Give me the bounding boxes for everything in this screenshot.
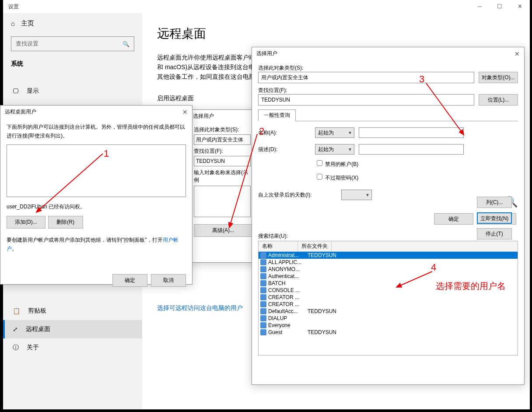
search-icon: 🔍 xyxy=(122,41,130,47)
tab-general-query[interactable]: 一般性查询 xyxy=(258,109,296,121)
nav-display[interactable]: 🖵 显示 xyxy=(3,82,142,100)
object-type-field[interactable] xyxy=(194,134,251,145)
home-link[interactable]: ⌂ 主页 xyxy=(11,19,134,28)
ok-button[interactable]: 确定 xyxy=(434,213,473,225)
nav-label: 显示 xyxy=(27,87,39,95)
annotation-2: 2 xyxy=(259,126,264,137)
minimize-button[interactable]: ─ xyxy=(469,0,490,13)
cell-name: CREATOR ... xyxy=(268,301,306,307)
ok-button[interactable]: 确定 xyxy=(112,274,147,287)
category-label: 系统 xyxy=(11,60,134,68)
info-icon: ⓘ xyxy=(13,344,19,352)
cell-name: DIALUP xyxy=(268,315,306,321)
user-icon xyxy=(260,287,266,293)
table-row[interactable]: DefaultAcc...TEDDYSUN xyxy=(259,308,518,315)
footer-text: 要创建新用户帐户或将用户添加到其他组，请转到"控制面板"，打开用户帐户。 xyxy=(7,236,186,253)
user-icon xyxy=(260,301,266,307)
dialog-title: 选择用户 xyxy=(193,113,214,120)
cell-name: BATCH xyxy=(268,280,306,286)
names-textarea[interactable] xyxy=(194,186,251,217)
dialog-title: 远程桌面用户 xyxy=(5,108,36,116)
page-title: 远程桌面 xyxy=(157,25,515,42)
close-icon[interactable]: ✕ xyxy=(514,50,520,57)
cell-name: ALL APPLIC... xyxy=(268,259,306,265)
display-icon: 🖵 xyxy=(13,88,19,95)
user-icon xyxy=(260,266,266,272)
stop-button[interactable]: 停止(T) xyxy=(477,228,512,239)
table-row[interactable]: GuestTEDDYSUN xyxy=(259,329,518,336)
user-icon xyxy=(260,280,266,286)
close-button[interactable]: ✕ xyxy=(510,0,530,13)
close-icon[interactable]: ✕ xyxy=(182,109,188,116)
locations-button[interactable]: 位置(L)... xyxy=(479,94,518,106)
user-icon xyxy=(260,252,266,258)
days-dropdown[interactable] xyxy=(341,190,372,200)
dialog-title: 选择用户 xyxy=(256,50,277,57)
cell-name: ANONYMO... xyxy=(268,266,306,272)
table-row[interactable]: Everyone xyxy=(259,322,518,329)
col-folder[interactable]: 所在文件夹 xyxy=(298,241,332,251)
desc-input[interactable] xyxy=(359,144,464,155)
cell-folder: TEDDYSUN xyxy=(308,329,336,335)
table-row[interactable]: Administrat...TEDDYSUN xyxy=(259,252,518,259)
cancel-button[interactable]: 取消 xyxy=(151,274,186,287)
advanced-button[interactable]: 高级(A)... xyxy=(194,224,252,237)
nav-about[interactable]: ⓘ 关于 xyxy=(3,338,142,357)
columns-button[interactable]: 列(C)... xyxy=(477,197,512,208)
select-users-advanced-dialog: 选择用户 ✕ 选择此对象类型(S): 对象类型(O)... 查找位置(F): 位… xyxy=(252,47,525,385)
table-row[interactable]: DIALUP xyxy=(259,315,518,322)
object-types-button[interactable]: 对象类型(O)... xyxy=(479,72,518,83)
location-field[interactable] xyxy=(258,94,474,106)
disabled-accounts-check[interactable]: 禁用的帐户(B) xyxy=(315,159,518,168)
table-row[interactable]: Authenticat... xyxy=(259,273,518,280)
table-row[interactable]: CREATOR ... xyxy=(259,301,518,308)
object-type-label: 选择此对象类型(S): xyxy=(194,126,252,134)
cell-name: CREATOR ... xyxy=(268,294,306,300)
find-now-button[interactable]: 立即查找(N) xyxy=(477,212,512,224)
maximize-button[interactable]: ☐ xyxy=(490,0,510,13)
search-placeholder: 查找设置 xyxy=(16,40,38,48)
user-icon xyxy=(260,329,266,335)
dialog-desc: 下面所列的用户可以连接到这台计算机。另外，管理员组中的任何成员都可以进行连接(即… xyxy=(7,123,186,140)
select-users-dialog-partial: 选择用户 选择此对象类型(S): 查找位置(F): 输入对象名称来选择(示例 高… xyxy=(188,109,258,263)
nav-label: 关于 xyxy=(27,344,39,352)
annotation-4: 4 xyxy=(431,262,436,273)
users-listbox[interactable] xyxy=(7,144,186,197)
no-expire-check[interactable]: 不过期密码(X) xyxy=(315,173,518,182)
table-row[interactable]: ANONYMO... xyxy=(259,266,518,273)
delete-button[interactable]: 删除(R) xyxy=(48,216,83,229)
cell-name: Everyone xyxy=(268,322,306,328)
location-label: 查找位置(F): xyxy=(194,148,252,155)
name-label: 名称(A): xyxy=(258,129,311,137)
home-icon: ⌂ xyxy=(11,20,15,27)
cell-folder: TEDDYSUN xyxy=(308,308,336,314)
name-input[interactable] xyxy=(359,127,464,138)
table-row[interactable]: ALL APPLIC... xyxy=(259,259,518,266)
cell-name: DefaultAcc... xyxy=(268,308,306,314)
nav-remote-desktop[interactable]: ⤢ 远程桌面 xyxy=(3,320,142,338)
nav-label: 剪贴板 xyxy=(28,307,46,315)
object-type-label: 选择此对象类型(S): xyxy=(258,64,518,72)
user-icon xyxy=(260,315,266,321)
cell-name: Administrat... xyxy=(268,252,306,258)
nav-clipboard[interactable]: 📋 剪贴板 xyxy=(3,302,142,320)
search-input[interactable]: 查找设置 🔍 xyxy=(11,36,134,51)
tab-header: 一般性查询 xyxy=(258,109,518,121)
add-button[interactable]: 添加(D)... xyxy=(7,216,46,229)
cell-name: Guest xyxy=(268,329,306,335)
titlebar: 设置 ─ ☐ ✕ xyxy=(3,0,530,13)
user-icon xyxy=(260,294,266,300)
access-note: user_DD2lFUban 已经有访问权。 xyxy=(7,203,186,211)
desc-match-dropdown[interactable]: 起始为 xyxy=(315,144,354,155)
name-match-dropdown[interactable]: 起始为 xyxy=(315,127,354,138)
user-icon xyxy=(260,322,266,328)
location-field[interactable] xyxy=(194,156,251,166)
col-name[interactable]: 名称 xyxy=(259,241,298,251)
results-table[interactable]: 名称 所在文件夹 Administrat...TEDDYSUNALL APPLI… xyxy=(258,241,518,356)
cell-name: CONSOLE ... xyxy=(268,287,306,293)
object-type-field[interactable] xyxy=(258,72,474,83)
home-label: 主页 xyxy=(21,19,34,28)
remote-icon: ⤢ xyxy=(13,326,18,333)
annotation-3: 3 xyxy=(419,74,424,85)
table-row[interactable]: CREATOR ... xyxy=(259,294,518,301)
